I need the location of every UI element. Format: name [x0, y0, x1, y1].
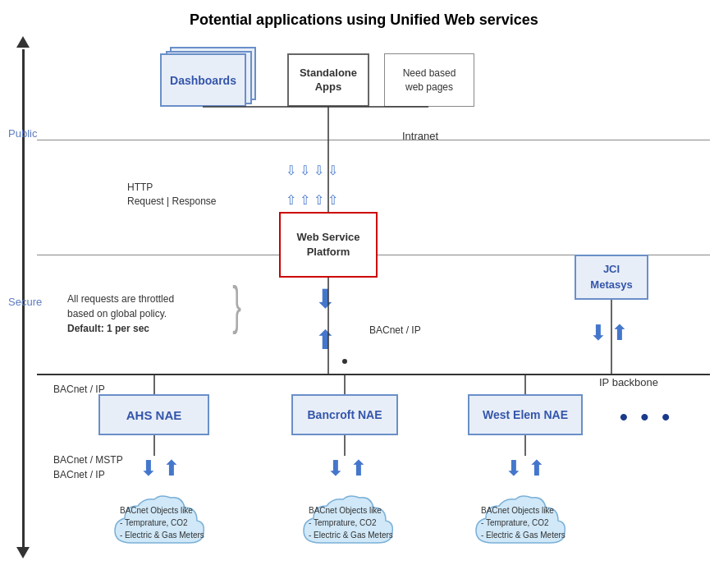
- standalone-box: StandaloneApps: [287, 53, 369, 107]
- wsp-label: Web ServicePlatform: [296, 230, 359, 260]
- intranet-label: Intranet: [402, 130, 438, 142]
- ahs-up-arrow: ⬆: [163, 456, 181, 481]
- jci-up-arrow: ⬆: [611, 320, 629, 346]
- bancroft-down-arrow: ⬇: [327, 456, 345, 481]
- ahs-cloud: BACnet Objects like- Temprature, CO2- El…: [107, 489, 222, 555]
- wsp-box: Web ServicePlatform: [279, 212, 378, 278]
- throttle-text: All requests are throttled based on glob…: [67, 292, 174, 336]
- westelem-cloud: BACnet Objects like- Temprature, CO2- El…: [468, 489, 583, 555]
- ahs-down-arrow: ⬇: [140, 456, 158, 481]
- westelem-arrows: ⬇ ⬆: [505, 456, 546, 481]
- west-elem-nae-box: West Elem NAE: [468, 394, 583, 435]
- need-based-label: Need basedweb pages: [403, 67, 456, 94]
- page-title: Potential applications using Unified Web…: [0, 0, 728, 29]
- bancroft-up-arrow: ⬆: [350, 456, 368, 481]
- bancroft-arrows: ⬇ ⬆: [327, 456, 368, 481]
- bacnet-ip-left-label: BACnet / IP: [53, 384, 105, 395]
- ahs-nae-box: AHS NAE: [98, 394, 209, 435]
- wsp-up-arrow-container: ⬆: [314, 324, 337, 356]
- westelem-down-arrow: ⬇: [505, 456, 523, 481]
- need-based-box: Need basedweb pages: [384, 53, 474, 107]
- arrow-down-icon: [16, 547, 30, 558]
- jci-label: JCIMetasys: [590, 262, 632, 292]
- http-label: HTTPRequest | Response: [127, 181, 217, 209]
- jci-down-arrow: ⬇: [589, 320, 607, 346]
- bacnet-ip-center-label: BACnet / IP: [369, 324, 421, 336]
- diagram-container: Potential applications using Unified Web…: [0, 0, 728, 579]
- dashboards-box: Dashboards: [160, 53, 246, 107]
- bacnet-mstp-label: BACnet / MSTP: [53, 454, 123, 466]
- dots-indicator: • • •: [620, 404, 673, 430]
- label-public: Public: [8, 127, 37, 140]
- wsp-down-arrow: ⬇: [314, 284, 337, 314]
- ip-backbone-label: IP backbone: [599, 376, 658, 388]
- arrows-below-http: ⇧ ⇧ ⇧ ⇧: [286, 192, 338, 208]
- label-secure: Secure: [8, 296, 42, 308]
- bacnet-ip-bottom-label: BACnet / IP: [53, 469, 105, 480]
- jci-box: JCIMetasys: [575, 255, 648, 300]
- bancroft-nae-box: Bancroft NAE: [291, 394, 398, 435]
- bancroft-cloud: BACnet Objects like- Temprature, CO2- El…: [295, 489, 410, 555]
- ahs-arrows: ⬇ ⬆: [140, 456, 181, 481]
- westelem-up-arrow: ⬆: [528, 456, 546, 481]
- arrows-above-wsp: ⇩ ⇩ ⇩ ⇩: [286, 163, 338, 178]
- hline-public: [37, 140, 710, 140]
- jci-arrows: ⬇ ⬆: [589, 320, 629, 346]
- arrow-up-icon: [16, 36, 30, 48]
- brace-icon: }: [232, 279, 241, 332]
- hline-backbone: [37, 374, 710, 375]
- wsp-up-arrow: ⬆: [314, 325, 337, 355]
- wsp-down-arrow-container: ⬇: [314, 283, 337, 315]
- svg-point-11: [342, 359, 347, 364]
